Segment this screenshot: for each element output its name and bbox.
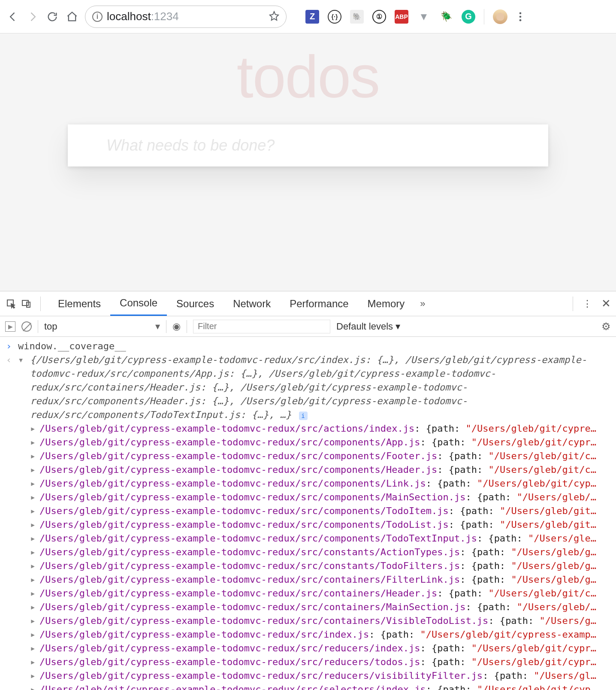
chevron-down-icon: ▾ xyxy=(396,321,400,332)
svg-point-1 xyxy=(519,15,522,18)
extension-grammarly-icon[interactable]: G xyxy=(462,10,475,24)
clear-console-icon[interactable] xyxy=(21,321,32,332)
coverage-entry[interactable]: ▸/Users/gleb/git/cypress-example-todomvc… xyxy=(30,600,610,614)
inspect-element-icon[interactable] xyxy=(5,298,17,310)
expand-chevron-icon[interactable]: ▸ xyxy=(30,600,36,614)
coverage-entry[interactable]: ▸/Users/gleb/git/cypress-example-todomvc… xyxy=(30,518,610,532)
app-title: todos xyxy=(0,42,616,112)
extension-clipper-icon[interactable]: 🐘 xyxy=(350,10,364,24)
expand-chevron-icon[interactable]: ▸ xyxy=(30,449,36,463)
coverage-entry[interactable]: ▸/Users/gleb/git/cypress-example-todomvc… xyxy=(30,573,610,587)
coverage-entry[interactable]: ▸/Users/gleb/git/cypress-example-todomvc… xyxy=(30,449,610,463)
svg-point-0 xyxy=(519,12,522,14)
expand-chevron-icon[interactable]: ▸ xyxy=(30,573,36,587)
expand-chevron-icon[interactable]: ▸ xyxy=(30,587,36,600)
expand-chevron-icon[interactable]: ▸ xyxy=(30,559,36,573)
expand-chevron-icon[interactable]: ▸ xyxy=(30,518,36,532)
devtools-close-icon[interactable]: ✕ xyxy=(601,297,611,310)
devtools-more-icon[interactable]: ⋮ xyxy=(583,298,592,309)
console-filter-input[interactable] xyxy=(193,320,330,333)
bookmark-star-icon[interactable] xyxy=(269,11,279,23)
device-toolbar-icon[interactable] xyxy=(21,298,33,310)
new-todo-input[interactable] xyxy=(106,136,533,154)
forward-button[interactable] xyxy=(26,10,39,24)
expand-chevron-icon[interactable]: ▸ xyxy=(30,477,36,490)
page-content: todos xyxy=(0,33,616,291)
extension-z-icon[interactable]: Z xyxy=(305,10,319,24)
expand-chevron-icon[interactable]: ▸ xyxy=(30,642,36,655)
expand-chevron-icon[interactable]: ▸ xyxy=(30,436,36,449)
svg-rect-4 xyxy=(22,300,28,306)
expand-chevron-icon[interactable] xyxy=(18,353,26,367)
console-input-line[interactable]: window.__coverage__ xyxy=(6,339,610,353)
expand-chevron-icon[interactable]: ▸ xyxy=(30,422,36,436)
coverage-entry[interactable]: ▸/Users/gleb/git/cypress-example-todomvc… xyxy=(30,628,610,642)
extension-json-icon[interactable]: {·} xyxy=(328,10,341,24)
live-expression-icon[interactable]: ▶ xyxy=(5,321,15,332)
live-expressions-eye-icon[interactable]: ◉ xyxy=(172,321,181,332)
coverage-entry[interactable]: ▸/Users/gleb/git/cypress-example-todomvc… xyxy=(30,490,610,504)
coverage-entry[interactable]: ▸/Users/gleb/git/cypress-example-todomvc… xyxy=(30,683,610,690)
extension-bugsnag-icon[interactable]: 🪲 xyxy=(439,10,453,24)
browser-menu-button[interactable] xyxy=(513,10,527,24)
devtools-tab-performance[interactable]: Performance xyxy=(280,291,358,316)
site-info-icon[interactable]: i xyxy=(92,12,103,22)
coverage-entry[interactable]: ▸/Users/gleb/git/cypress-example-todomvc… xyxy=(30,559,610,573)
devtools-tab-elements[interactable]: Elements xyxy=(48,291,110,316)
extension-icons: Z {·} 🐘 ① ABP ▼ 🪲 G xyxy=(305,10,475,24)
expand-chevron-icon[interactable]: ▸ xyxy=(30,504,36,518)
coverage-entry[interactable]: ▸/Users/gleb/git/cypress-example-todomvc… xyxy=(30,477,610,490)
home-button[interactable] xyxy=(65,10,79,24)
console-result-summary[interactable]: {/Users/gleb/git/cypress-example-todomvc… xyxy=(6,353,610,422)
tab-separator xyxy=(40,297,41,311)
result-summary-text: {/Users/gleb/git/cypress-example-todomvc… xyxy=(30,353,610,422)
expand-chevron-icon[interactable]: ▸ xyxy=(30,532,36,545)
expand-chevron-icon[interactable]: ▸ xyxy=(30,628,36,642)
info-badge-icon[interactable]: i xyxy=(299,412,308,420)
console-settings-icon[interactable]: ⚙ xyxy=(601,321,611,333)
expand-chevron-icon[interactable]: ▸ xyxy=(30,490,36,504)
expand-chevron-icon[interactable]: ▸ xyxy=(30,683,36,690)
devtools-tab-sources[interactable]: Sources xyxy=(167,291,223,316)
coverage-entry[interactable]: ▸/Users/gleb/git/cypress-example-todomvc… xyxy=(30,669,610,683)
extension-onepassword-icon[interactable]: ① xyxy=(372,10,386,24)
expand-chevron-icon[interactable]: ▸ xyxy=(30,655,36,669)
devtools-tab-console[interactable]: Console xyxy=(110,291,167,316)
extension-adblock-icon[interactable]: ABP xyxy=(395,10,408,24)
address-bar[interactable]: i localhost:1234 xyxy=(85,6,287,28)
expand-chevron-icon[interactable]: ▸ xyxy=(30,545,36,559)
expand-chevron-icon[interactable]: ▸ xyxy=(30,463,36,477)
chevron-down-icon: ▾ xyxy=(155,321,160,332)
coverage-entry[interactable]: ▸/Users/gleb/git/cypress-example-todomvc… xyxy=(30,545,610,559)
console-command-text: window.__coverage__ xyxy=(18,339,126,353)
coverage-entry[interactable]: ▸/Users/gleb/git/cypress-example-todomvc… xyxy=(30,436,610,449)
devtools-panel: ElementsConsoleSourcesNetworkPerformance… xyxy=(0,291,616,690)
coverage-entry[interactable]: ▸/Users/gleb/git/cypress-example-todomvc… xyxy=(30,614,610,628)
profile-avatar[interactable] xyxy=(493,9,507,24)
reload-button[interactable] xyxy=(45,10,59,24)
svg-point-2 xyxy=(519,19,522,21)
coverage-entry[interactable]: ▸/Users/gleb/git/cypress-example-todomvc… xyxy=(30,422,610,436)
back-button[interactable] xyxy=(6,10,20,24)
tabs-overflow-icon[interactable]: » xyxy=(420,298,425,309)
coverage-entry[interactable]: ▸/Users/gleb/git/cypress-example-todomvc… xyxy=(30,642,610,655)
devtools-right-controls: ⋮ ✕ xyxy=(573,297,611,311)
coverage-entry[interactable]: ▸/Users/gleb/git/cypress-example-todomvc… xyxy=(30,655,610,669)
coverage-entry[interactable]: ▸/Users/gleb/git/cypress-example-todomvc… xyxy=(30,504,610,518)
coverage-entries: ▸/Users/gleb/git/cypress-example-todomvc… xyxy=(6,422,610,690)
console-output: window.__coverage__ {/Users/gleb/git/cyp… xyxy=(0,337,616,690)
todo-card xyxy=(68,124,548,166)
devtools-tab-memory[interactable]: Memory xyxy=(358,291,414,316)
log-levels-selector[interactable]: Default levels▾ xyxy=(336,321,400,332)
expand-chevron-icon[interactable]: ▸ xyxy=(30,669,36,683)
expand-chevron-icon[interactable]: ▸ xyxy=(30,614,36,628)
execution-context-selector[interactable]: top ▾ xyxy=(44,321,160,332)
coverage-entry[interactable]: ▸/Users/gleb/git/cypress-example-todomvc… xyxy=(30,532,610,545)
browser-toolbar: i localhost:1234 Z {·} 🐘 ① ABP ▼ 🪲 G xyxy=(0,0,616,33)
extension-vue-icon[interactable]: ▼ xyxy=(417,10,431,24)
toolbar-divider xyxy=(484,9,484,24)
devtools-tab-network[interactable]: Network xyxy=(223,291,280,316)
coverage-entry[interactable]: ▸/Users/gleb/git/cypress-example-todomvc… xyxy=(30,587,610,600)
output-chevron-icon xyxy=(6,353,14,367)
coverage-entry[interactable]: ▸/Users/gleb/git/cypress-example-todomvc… xyxy=(30,463,610,477)
